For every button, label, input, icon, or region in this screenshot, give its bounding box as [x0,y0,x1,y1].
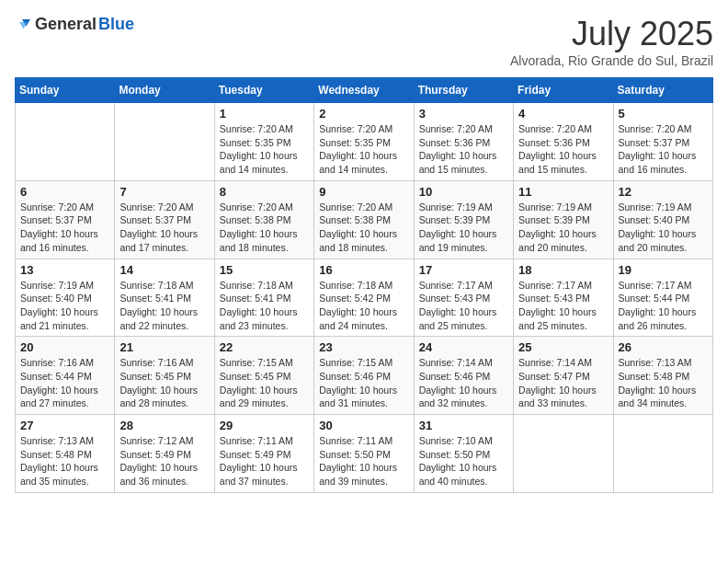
logo-general: General [35,15,97,34]
location-title: Alvorada, Rio Grande do Sul, Brazil [510,53,713,68]
calendar-cell: 26Sunrise: 7:13 AM Sunset: 5:48 PM Dayli… [613,337,712,415]
calendar-cell: 25Sunrise: 7:14 AM Sunset: 5:47 PM Dayli… [514,337,613,415]
day-info: Sunrise: 7:20 AM Sunset: 5:35 PM Dayligh… [220,122,309,177]
calendar-cell: 7Sunrise: 7:20 AM Sunset: 5:37 PM Daylig… [115,180,214,259]
day-info: Sunrise: 7:18 AM Sunset: 5:42 PM Dayligh… [319,279,408,333]
calendar-cell: 13Sunrise: 7:19 AM Sunset: 5:40 PM Dayli… [16,259,115,337]
day-number: 30 [319,419,408,432]
day-info: Sunrise: 7:10 AM Sunset: 5:50 PM Dayligh… [419,434,508,488]
day-number: 17 [419,263,508,277]
day-number: 26 [619,340,708,354]
day-number: 20 [20,340,109,354]
calendar-header-thursday: Thursday [414,78,513,103]
calendar-cell: 8Sunrise: 7:20 AM Sunset: 5:38 PM Daylig… [214,180,313,259]
day-number: 25 [518,340,608,354]
title-area: July 2025 Alvorada, Rio Grande do Sul, B… [510,15,713,68]
calendar-cell: 17Sunrise: 7:17 AM Sunset: 5:43 PM Dayli… [414,259,513,337]
calendar-cell [16,103,115,181]
day-info: Sunrise: 7:19 AM Sunset: 5:40 PM Dayligh… [619,201,708,255]
calendar-cell: 5Sunrise: 7:20 AM Sunset: 5:37 PM Daylig… [613,103,712,181]
day-info: Sunrise: 7:19 AM Sunset: 5:40 PM Dayligh… [20,279,109,333]
day-number: 22 [220,340,309,354]
day-number: 27 [20,419,109,432]
calendar-header-tuesday: Tuesday [214,78,313,103]
day-info: Sunrise: 7:17 AM Sunset: 5:43 PM Dayligh… [419,279,508,333]
calendar-cell: 22Sunrise: 7:15 AM Sunset: 5:45 PM Dayli… [214,337,313,415]
day-number: 28 [119,419,209,432]
calendar-cell: 9Sunrise: 7:20 AM Sunset: 5:38 PM Daylig… [314,180,414,259]
calendar-cell: 18Sunrise: 7:17 AM Sunset: 5:43 PM Dayli… [514,259,613,337]
calendar-cell: 14Sunrise: 7:18 AM Sunset: 5:41 PM Dayli… [115,259,214,337]
day-number: 13 [20,263,109,277]
day-number: 11 [518,185,608,199]
day-number: 4 [518,107,608,121]
day-info: Sunrise: 7:18 AM Sunset: 5:41 PM Dayligh… [119,279,209,333]
calendar-cell: 19Sunrise: 7:17 AM Sunset: 5:44 PM Dayli… [613,259,712,337]
calendar-cell: 11Sunrise: 7:19 AM Sunset: 5:39 PM Dayli… [514,180,613,259]
calendar-week-3: 13Sunrise: 7:19 AM Sunset: 5:40 PM Dayli… [16,259,713,337]
day-number: 8 [220,185,309,199]
day-info: Sunrise: 7:19 AM Sunset: 5:39 PM Dayligh… [518,201,608,255]
calendar-cell [613,415,712,493]
day-info: Sunrise: 7:20 AM Sunset: 5:36 PM Dayligh… [419,122,508,177]
day-number: 2 [319,107,408,121]
calendar-cell: 21Sunrise: 7:16 AM Sunset: 5:45 PM Dayli… [115,337,214,415]
day-number: 23 [319,340,408,354]
day-info: Sunrise: 7:15 AM Sunset: 5:46 PM Dayligh… [319,356,408,410]
day-info: Sunrise: 7:20 AM Sunset: 5:36 PM Dayligh… [518,122,608,177]
calendar-header-sunday: Sunday [16,78,115,103]
day-number: 24 [419,340,508,354]
day-info: Sunrise: 7:20 AM Sunset: 5:37 PM Dayligh… [20,201,109,255]
calendar-cell [115,103,214,181]
calendar-cell: 28Sunrise: 7:12 AM Sunset: 5:49 PM Dayli… [115,415,214,493]
day-info: Sunrise: 7:20 AM Sunset: 5:37 PM Dayligh… [119,201,209,255]
day-info: Sunrise: 7:13 AM Sunset: 5:48 PM Dayligh… [20,434,109,488]
day-info: Sunrise: 7:14 AM Sunset: 5:46 PM Dayligh… [419,356,508,410]
calendar-cell: 27Sunrise: 7:13 AM Sunset: 5:48 PM Dayli… [16,415,115,493]
calendar-cell: 29Sunrise: 7:11 AM Sunset: 5:49 PM Dayli… [214,415,313,493]
calendar-header-row: SundayMondayTuesdayWednesdayThursdayFrid… [16,78,713,103]
day-number: 18 [518,263,608,277]
day-info: Sunrise: 7:14 AM Sunset: 5:47 PM Dayligh… [518,356,608,410]
day-number: 3 [419,107,508,121]
calendar-header-monday: Monday [115,78,214,103]
day-info: Sunrise: 7:20 AM Sunset: 5:38 PM Dayligh… [220,201,309,255]
day-info: Sunrise: 7:20 AM Sunset: 5:37 PM Dayligh… [619,122,708,177]
day-info: Sunrise: 7:19 AM Sunset: 5:39 PM Dayligh… [419,201,508,255]
day-number: 14 [119,263,209,277]
calendar-week-4: 20Sunrise: 7:16 AM Sunset: 5:44 PM Dayli… [16,337,713,415]
day-number: 6 [20,185,109,199]
calendar-cell: 16Sunrise: 7:18 AM Sunset: 5:42 PM Dayli… [314,259,414,337]
page-header: General Blue July 2025 Alvorada, Rio Gra… [15,15,713,68]
day-number: 7 [119,185,209,199]
day-info: Sunrise: 7:15 AM Sunset: 5:45 PM Dayligh… [220,356,309,410]
calendar-header-wednesday: Wednesday [314,78,414,103]
day-number: 1 [220,107,309,121]
day-number: 21 [119,340,209,354]
day-info: Sunrise: 7:17 AM Sunset: 5:43 PM Dayligh… [518,279,608,333]
day-info: Sunrise: 7:18 AM Sunset: 5:41 PM Dayligh… [220,279,309,333]
day-number: 19 [619,263,708,277]
day-number: 5 [619,107,708,121]
logo-blue: Blue [98,15,134,34]
day-number: 16 [319,263,408,277]
calendar-cell: 23Sunrise: 7:15 AM Sunset: 5:46 PM Dayli… [314,337,414,415]
day-info: Sunrise: 7:16 AM Sunset: 5:44 PM Dayligh… [20,356,109,410]
day-info: Sunrise: 7:20 AM Sunset: 5:38 PM Dayligh… [319,201,408,255]
calendar-cell: 4Sunrise: 7:20 AM Sunset: 5:36 PM Daylig… [514,103,613,181]
calendar-cell: 24Sunrise: 7:14 AM Sunset: 5:46 PM Dayli… [414,337,513,415]
calendar-week-5: 27Sunrise: 7:13 AM Sunset: 5:48 PM Dayli… [16,415,713,493]
calendar-cell: 2Sunrise: 7:20 AM Sunset: 5:35 PM Daylig… [314,103,414,181]
day-info: Sunrise: 7:11 AM Sunset: 5:49 PM Dayligh… [220,434,309,488]
logo: General Blue [15,15,134,34]
day-number: 9 [319,185,408,199]
day-number: 29 [220,419,309,432]
calendar-cell: 30Sunrise: 7:11 AM Sunset: 5:50 PM Dayli… [314,415,414,493]
day-info: Sunrise: 7:11 AM Sunset: 5:50 PM Dayligh… [319,434,408,488]
calendar-cell: 20Sunrise: 7:16 AM Sunset: 5:44 PM Dayli… [16,337,115,415]
day-info: Sunrise: 7:12 AM Sunset: 5:49 PM Dayligh… [119,434,209,488]
day-info: Sunrise: 7:16 AM Sunset: 5:45 PM Dayligh… [119,356,209,410]
day-number: 12 [619,185,708,199]
calendar-cell: 6Sunrise: 7:20 AM Sunset: 5:37 PM Daylig… [16,180,115,259]
day-number: 31 [419,419,508,432]
